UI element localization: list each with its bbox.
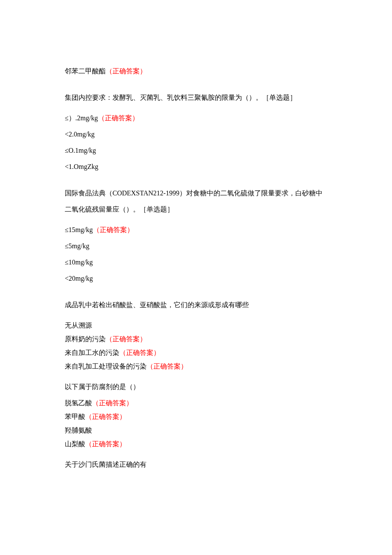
correct-answer-label: （正确答案）: [93, 226, 134, 233]
q3-stem-line2: 二氧化硫残留量应（）。［单选题］: [65, 204, 327, 215]
q2-option-text: ≤O.1mg/kg: [65, 147, 96, 154]
q3-option-2: ≤5mg/kg: [65, 241, 327, 251]
q5-stem: 以下属于防腐剂的是（）: [65, 382, 327, 392]
q4-option-text: 原料奶的污染: [65, 335, 106, 343]
q2-option-3: ≤O.1mg/kg: [65, 145, 327, 156]
q3-stem-text-2: 二氧化硫残留量应（）。: [65, 206, 140, 213]
q5-option-text: 脱氢乙酸: [65, 399, 92, 407]
q6-stem-text: 关于沙门氏菌描述正确的有: [65, 461, 147, 468]
q4-option-3: 来自加工水的污染（正确答案）: [65, 348, 327, 358]
q2-option-text: <1.OmgZkg: [65, 163, 98, 170]
q1-option: 邻苯二甲酸酯（正确答案）: [65, 66, 327, 76]
q5-option-3: 羟脯氨酸: [65, 425, 327, 436]
correct-answer-label: （正确答案）: [98, 114, 139, 122]
question-type-tag: ［单选题］: [262, 94, 297, 101]
q5-option-text: 羟脯氨酸: [65, 427, 92, 434]
q1-option-text: 邻苯二甲酸酯: [65, 67, 106, 75]
correct-answer-label: （正确答案）: [85, 440, 126, 447]
q4-stem-text: 成品乳中若检出硝酸盐、亚硝酸盐，它们的来源或形成有哪些: [65, 301, 249, 308]
q3-option-1: ≤15mg/kg（正确答案）: [65, 225, 327, 235]
correct-answer-label: （正确答案）: [92, 399, 133, 407]
correct-answer-label: （正确答案）: [119, 349, 160, 356]
q6-stem: 关于沙门氏菌描述正确的有: [65, 459, 327, 470]
q5-option-4: 山梨酸（正确答案）: [65, 439, 327, 449]
q3-option-text: ≤10mg/kg: [65, 259, 93, 266]
q2-stem-text: 集团内控要求：发酵乳、灭菌乳、乳饮料三聚氰胺的限量为（）。: [65, 94, 262, 101]
q3-stem-text-1: 国际食品法典（CODEXSTAN212-1999）对食糖中的二氧化硫做了限量要求…: [65, 189, 323, 197]
q5-option-1: 脱氢乙酸（正确答案）: [65, 398, 327, 408]
q5-option-text: 山梨酸: [65, 440, 85, 447]
q4-option-text: 来自加工水的污染: [65, 349, 119, 356]
q5-option-text: 苯甲酸: [65, 413, 85, 420]
correct-answer-label: （正确答案）: [147, 363, 187, 370]
q4-option-1: 无从溯源: [65, 320, 327, 331]
document-page: 邻苯二甲酸酯（正确答案） 集团内控要求：发酵乳、灭菌乳、乳饮料三聚氰胺的限量为（…: [0, 0, 392, 555]
q4-option-4: 来自乳加工处理设备的污染（正确答案）: [65, 361, 327, 372]
q2-option-text: ≤）.2mg/kg: [65, 114, 98, 122]
correct-answer-label: （正确答案）: [106, 335, 147, 343]
q2-option-2: <2.0mg/kg: [65, 129, 327, 139]
correct-answer-label: （正确答案）: [106, 67, 147, 75]
q4-option-text: 无从溯源: [65, 322, 92, 329]
question-type-tag: ［单选题］: [140, 206, 174, 213]
q3-stem-line1: 国际食品法典（CODEXSTAN212-1999）对食糖中的二氧化硫做了限量要求…: [65, 188, 327, 198]
q4-option-2: 原料奶的污染（正确答案）: [65, 334, 327, 344]
q3-option-text: ≤15mg/kg: [65, 226, 93, 233]
correct-answer-label: （正确答案）: [85, 413, 126, 420]
q2-option-4: <1.OmgZkg: [65, 162, 327, 172]
q2-stem: 集团内控要求：发酵乳、灭菌乳、乳饮料三聚氰胺的限量为（）。［单选题］: [65, 93, 327, 103]
q2-option-text: <2.0mg/kg: [65, 131, 95, 138]
q3-option-text: <20mg/kg: [65, 275, 93, 282]
q3-option-4: <20mg/kg: [65, 273, 327, 284]
q4-option-text: 来自乳加工处理设备的污染: [65, 363, 147, 370]
q5-stem-text: 以下属于防腐剂的是（）: [65, 383, 140, 390]
q3-option-text: ≤5mg/kg: [65, 242, 89, 250]
q3-option-3: ≤10mg/kg: [65, 257, 327, 267]
q4-stem: 成品乳中若检出硝酸盐、亚硝酸盐，它们的来源或形成有哪些: [65, 300, 327, 310]
q5-option-2: 苯甲酸（正确答案）: [65, 412, 327, 422]
q2-option-1: ≤）.2mg/kg（正确答案）: [65, 113, 327, 123]
